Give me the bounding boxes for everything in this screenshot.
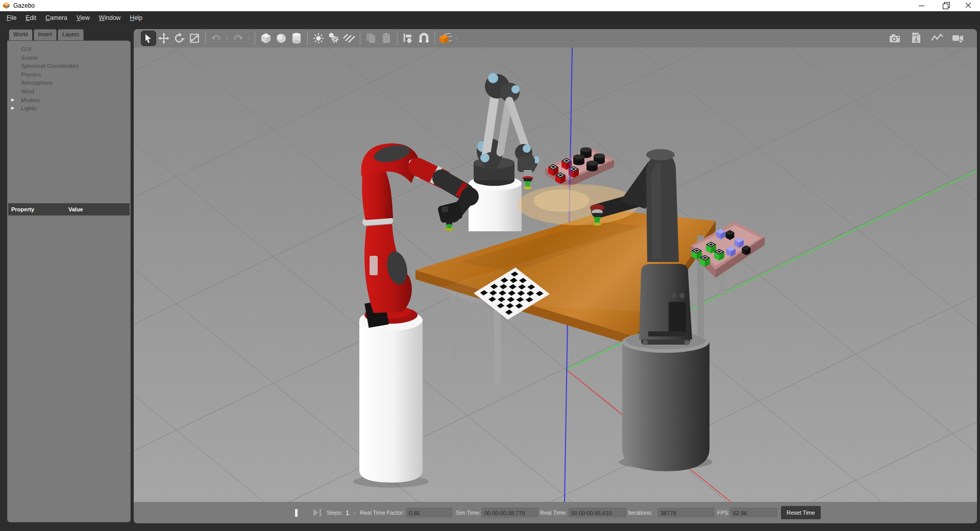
steps-value[interactable]: 1 xyxy=(346,509,349,517)
tab-layers[interactable]: Layers xyxy=(58,29,84,40)
redo-history-button[interactable]: ▾ xyxy=(246,36,252,41)
property-table-header: Property Value xyxy=(8,203,130,215)
window-title: Gazebo xyxy=(13,2,35,9)
expand-arrow-icon[interactable]: ▶ xyxy=(11,96,14,105)
select-arrow-icon xyxy=(143,33,154,43)
select-tool-button[interactable] xyxy=(141,31,156,46)
render-area[interactable] xyxy=(134,47,977,502)
insert-box-button[interactable] xyxy=(258,31,274,45)
expand-arrow-icon[interactable]: ▶ xyxy=(11,104,14,113)
menu-window[interactable]: Window xyxy=(94,11,126,25)
toolbar-separator xyxy=(205,32,206,45)
spot-light-button[interactable] xyxy=(326,31,341,45)
reset-time-button[interactable]: Reset Time xyxy=(781,506,821,519)
tree-item-gui[interactable]: GUI xyxy=(8,45,130,54)
menu-file[interactable]: File xyxy=(2,11,21,25)
cylinder-icon xyxy=(290,32,303,44)
viewport-3d[interactable] xyxy=(134,47,977,502)
real-time-label: Real Time: xyxy=(540,510,567,516)
align-icon xyxy=(402,32,414,44)
paste-icon xyxy=(380,32,393,44)
tree-item-models-label: Models xyxy=(21,97,40,103)
view-angle-menu-button[interactable]: ▾ xyxy=(453,36,459,41)
undo-button[interactable] xyxy=(209,31,224,45)
translate-tool-button[interactable] xyxy=(156,31,172,45)
redo-button[interactable] xyxy=(230,31,246,45)
point-light-icon xyxy=(312,32,325,44)
property-column-header: Property xyxy=(8,206,68,212)
real-time-field[interactable]: 00 00:00:45.610 xyxy=(568,508,626,518)
restore-icon xyxy=(943,4,947,8)
minimize-icon xyxy=(919,6,924,6)
toolbar-separator xyxy=(360,32,360,45)
rtf-label: Real Time Factor: xyxy=(360,510,404,516)
scale-icon xyxy=(189,33,200,44)
snap-tool-button[interactable] xyxy=(416,31,431,45)
rotate-icon xyxy=(174,33,185,44)
directional-light-icon xyxy=(342,32,356,44)
copy-button[interactable] xyxy=(363,31,379,45)
pause-button[interactable] xyxy=(295,509,304,517)
video-record-button[interactable] xyxy=(951,32,965,45)
tab-world[interactable]: World xyxy=(9,29,33,40)
log-icon-label: LOG xyxy=(912,34,919,37)
insert-sphere-button[interactable] xyxy=(274,31,289,45)
step-icon xyxy=(313,509,318,516)
step-icon-bar xyxy=(320,509,321,516)
view-angle-button[interactable] xyxy=(438,31,453,45)
plot-button[interactable] xyxy=(930,32,944,45)
toolbar-separator xyxy=(307,32,308,45)
tree-item-atmosphere[interactable]: Atmosphere xyxy=(8,79,130,87)
tree-item-wind[interactable]: Wind xyxy=(8,87,130,96)
close-button[interactable] xyxy=(957,0,980,11)
steps-dropdown-caret[interactable]: ▾ xyxy=(352,510,358,515)
menu-camera[interactable]: Camera xyxy=(41,11,72,25)
fps-field[interactable]: 62.96 xyxy=(730,508,777,518)
undo-icon xyxy=(211,33,222,44)
step-button[interactable] xyxy=(313,509,323,516)
box-icon xyxy=(260,32,272,44)
paste-button[interactable] xyxy=(379,31,394,45)
iterations-field[interactable]: 38778 xyxy=(657,508,715,518)
value-column-header: Value xyxy=(68,206,83,212)
screenshot-button[interactable] xyxy=(889,32,902,45)
log-record-button[interactable]: LOG xyxy=(910,32,923,45)
video-camera-icon xyxy=(951,32,965,45)
directional-light-button[interactable] xyxy=(341,31,357,45)
tree-item-scene[interactable]: Scene xyxy=(8,54,130,62)
insert-cylinder-button[interactable] xyxy=(289,31,304,45)
rotate-tool-button[interactable] xyxy=(172,31,187,45)
fps-label: FPS: xyxy=(717,510,729,516)
close-icon xyxy=(965,3,971,9)
restore-button[interactable] xyxy=(933,0,957,11)
tree-item-lights[interactable]: ▶Lights xyxy=(8,104,130,113)
tree-item-models[interactable]: ▶Models xyxy=(8,96,130,105)
tab-insert[interactable]: Insert xyxy=(34,29,57,40)
view-angle-cube-icon xyxy=(439,32,452,45)
point-light-button[interactable] xyxy=(311,31,326,45)
scale-tool-button[interactable] xyxy=(187,31,202,45)
align-tool-button[interactable] xyxy=(401,31,416,45)
plot-line-icon xyxy=(930,32,944,45)
tree-item-physics[interactable]: Physics xyxy=(8,70,130,79)
tree-item-spherical-coordinates[interactable]: Spherical Coordinates xyxy=(8,62,130,70)
panel-tabs: World Insert Layers xyxy=(7,29,131,40)
undo-history-button[interactable]: ▾ xyxy=(224,36,230,41)
toolbar-separator xyxy=(434,32,435,45)
rtf-field[interactable]: 0.86 xyxy=(406,508,453,518)
title-bar: Gazebo xyxy=(0,0,980,11)
minimize-button[interactable] xyxy=(910,0,933,11)
toolbar-separator xyxy=(255,32,255,45)
menu-bar: File Edit Camera View Window Help xyxy=(0,11,980,25)
menu-edit[interactable]: Edit xyxy=(21,11,41,25)
viewport-toolbar: ▾ ▾ xyxy=(134,29,977,47)
snap-magnet-icon xyxy=(418,32,430,44)
sim-time-field[interactable]: 00 00:00:38.778 xyxy=(481,508,538,518)
menu-view[interactable]: View xyxy=(72,11,94,25)
property-table-body xyxy=(8,215,130,522)
sim-time-label: Sim Time: xyxy=(456,510,481,516)
toolbar-separator xyxy=(397,32,398,45)
capture-tools: LOG xyxy=(889,32,965,45)
camera-icon xyxy=(889,32,902,45)
menu-help[interactable]: Help xyxy=(125,11,147,25)
